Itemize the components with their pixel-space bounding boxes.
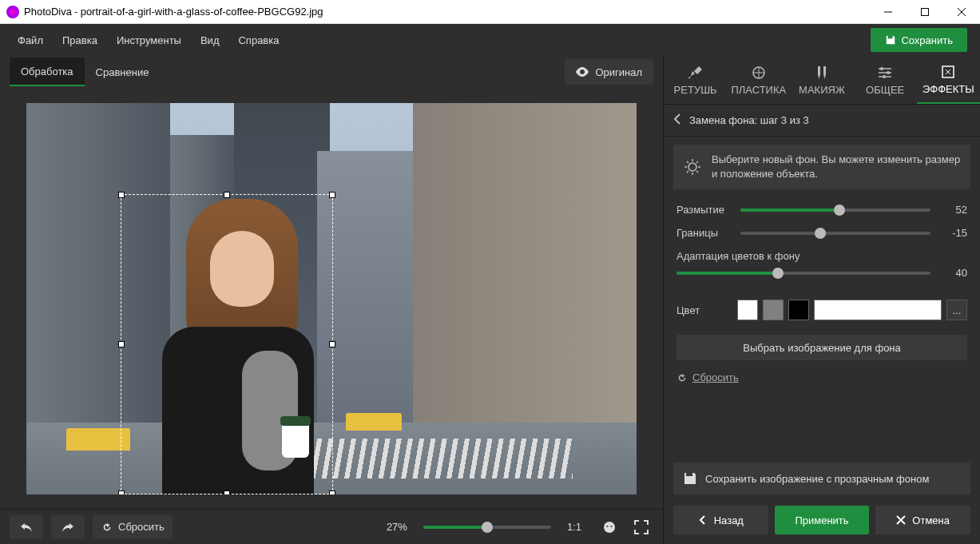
menu-file[interactable]: Файл <box>8 24 53 56</box>
color-more-button[interactable]: ... <box>946 300 967 320</box>
zoom-value: 27% <box>387 521 407 533</box>
save-button[interactable]: Сохранить <box>871 28 967 52</box>
menubar: Файл Правка Инструменты Вид Справка Сохр… <box>0 24 980 56</box>
back-button[interactable]: Назад <box>673 506 768 534</box>
zoom-fit-label[interactable]: 1:1 <box>567 521 581 533</box>
effects-icon <box>940 64 956 80</box>
fit-face-button[interactable] <box>597 515 621 539</box>
color-swatch-white[interactable] <box>737 300 758 320</box>
selection-handle[interactable] <box>329 490 335 494</box>
selection-handle[interactable] <box>118 341 125 347</box>
slider-blur-track[interactable] <box>740 208 930 212</box>
svg-point-5 <box>880 67 883 70</box>
reset-icon <box>101 522 113 533</box>
slider-blur: Размытие 52 <box>676 204 967 216</box>
save-alpha-icon <box>683 471 697 486</box>
footer-buttons: Назад Применить Отмена <box>664 499 980 544</box>
svg-point-9 <box>688 163 696 171</box>
slider-blur-value: 52 <box>938 204 967 216</box>
color-swatch-black[interactable] <box>788 300 809 320</box>
side-panel: РЕТУШЬ ПЛАСТИКА МАКИЯЖ ОБЩЕЕ ЭФФЕКТЫ Зам… <box>663 56 980 544</box>
step-back-button[interactable] <box>673 113 681 127</box>
tool-tab-retouch[interactable]: РЕТУШЬ <box>664 56 727 104</box>
tool-tabs: РЕТУШЬ ПЛАСТИКА МАКИЯЖ ОБЩЕЕ ЭФФЕКТЫ <box>664 56 980 105</box>
slider-borders-track[interactable] <box>740 232 930 235</box>
selection-handle[interactable] <box>329 341 335 347</box>
color-preview[interactable] <box>814 300 942 320</box>
app-logo-icon <box>6 6 19 18</box>
svg-point-2 <box>607 526 609 527</box>
window-maximize-button[interactable] <box>907 0 943 24</box>
reset-button[interactable]: Сбросить <box>93 515 173 539</box>
step-label: Замена фона: шаг 3 из 3 <box>689 114 809 126</box>
selection-handle[interactable] <box>118 490 125 494</box>
lightbulb-icon <box>683 157 702 177</box>
eye-icon <box>576 67 589 77</box>
slider-adapt-track[interactable] <box>676 272 930 275</box>
apply-button[interactable]: Применить <box>775 506 870 534</box>
cancel-button[interactable]: Отмена <box>875 506 970 534</box>
selection-handle[interactable] <box>224 490 230 494</box>
svg-rect-0 <box>922 8 929 15</box>
chevron-left-icon <box>673 113 681 125</box>
bottom-toolbar: Сбросить 27% 1:1 <box>0 509 663 544</box>
color-label: Цвет <box>676 304 732 316</box>
slider-adapt-value: 40 <box>938 267 967 279</box>
color-row: Цвет ... <box>664 296 980 330</box>
window-close-button[interactable] <box>943 0 980 24</box>
save-transparent-button[interactable]: Сохранить изображение с прозрачным фоном <box>673 463 970 494</box>
save-icon <box>885 34 896 46</box>
fullscreen-icon <box>634 520 649 534</box>
menu-edit[interactable]: Правка <box>53 24 107 56</box>
reset-icon <box>676 372 688 383</box>
face-icon <box>602 520 617 534</box>
view-tabs: Обработка Сравнение Оригинал <box>0 56 663 88</box>
tool-tab-makeup[interactable]: МАКИЯЖ <box>790 56 853 104</box>
choose-bg-button[interactable]: Выбрать изображение для фона <box>676 335 967 360</box>
menu-help[interactable]: Справка <box>228 24 288 56</box>
tab-process[interactable]: Обработка <box>10 58 85 86</box>
redo-icon <box>61 522 74 533</box>
svg-point-3 <box>611 526 613 527</box>
close-icon <box>896 515 906 525</box>
plastic-icon <box>751 65 767 81</box>
window-minimize-button[interactable] <box>870 0 907 24</box>
selection-box[interactable] <box>121 194 333 494</box>
svg-point-1 <box>604 522 615 533</box>
makeup-icon <box>814 65 830 81</box>
selection-handle[interactable] <box>224 192 230 198</box>
menu-view[interactable]: Вид <box>191 24 229 56</box>
window-title: PhotoDiva - portrait-of-a-girl-with-a-gl… <box>24 6 870 18</box>
selection-handle[interactable] <box>118 192 125 198</box>
sliders-icon <box>877 65 893 81</box>
slider-borders-value: -15 <box>938 227 967 239</box>
menu-tools[interactable]: Инструменты <box>107 24 191 56</box>
canvas-area <box>0 88 663 509</box>
redo-button[interactable] <box>51 515 85 539</box>
tab-compare[interactable]: Сравнение <box>85 58 161 86</box>
image-canvas[interactable] <box>26 103 637 494</box>
reset-link[interactable]: Сбросить <box>664 365 980 390</box>
step-header: Замена фона: шаг 3 из 3 <box>664 105 980 137</box>
color-swatch-gray[interactable] <box>763 300 784 320</box>
svg-point-7 <box>883 75 886 78</box>
slider-adapt: Адаптация цветов к фону 40 <box>676 250 967 279</box>
chevron-left-icon <box>698 515 708 525</box>
selection-handle[interactable] <box>329 192 335 198</box>
tool-tab-general[interactable]: ОБЩЕЕ <box>854 56 917 104</box>
zoom-slider[interactable] <box>423 526 551 529</box>
tool-tab-effects[interactable]: ЭФФЕКТЫ <box>917 56 980 104</box>
retouch-icon <box>688 65 704 81</box>
undo-icon <box>20 522 33 533</box>
fullscreen-button[interactable] <box>629 515 653 539</box>
tool-tab-plastic[interactable]: ПЛАСТИКА <box>727 56 790 104</box>
hint-box: Выберите новый фон. Вы можете изменить р… <box>673 145 970 189</box>
window-titlebar: PhotoDiva - portrait-of-a-girl-with-a-gl… <box>0 0 980 24</box>
slider-borders: Границы -15 <box>676 227 967 239</box>
hint-text: Выберите новый фон. Вы можете изменить р… <box>712 153 961 181</box>
undo-button[interactable] <box>10 515 43 539</box>
original-button[interactable]: Оригинал <box>565 59 653 85</box>
svg-point-6 <box>887 71 890 74</box>
